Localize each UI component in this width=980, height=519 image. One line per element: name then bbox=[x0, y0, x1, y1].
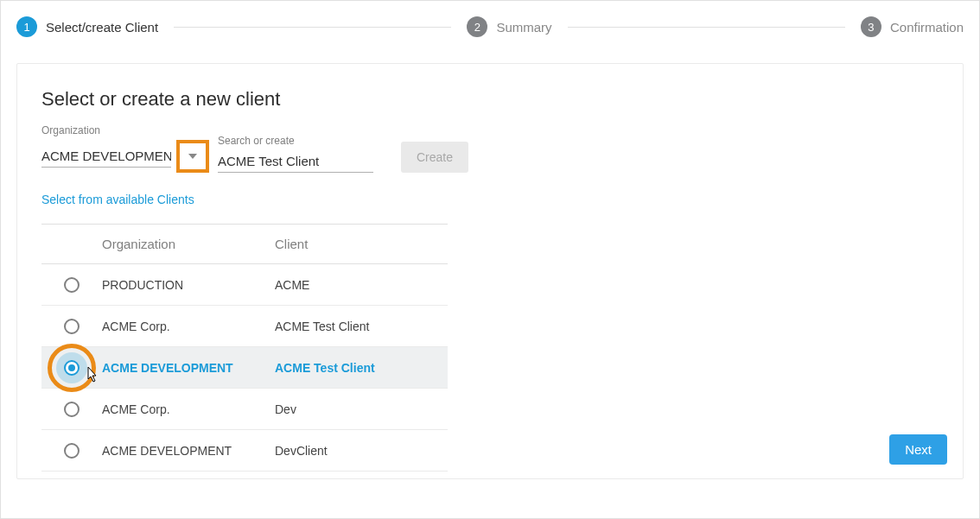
organization-label: Organization bbox=[41, 124, 209, 136]
search-label: Search or create bbox=[218, 135, 373, 147]
cell-client: ACME bbox=[275, 278, 448, 292]
search-field: Search or create bbox=[218, 135, 373, 173]
cell-organization: PRODUCTION bbox=[102, 278, 275, 292]
header-organization: Organization bbox=[102, 237, 275, 251]
cell-organization: ACME Corp. bbox=[102, 402, 275, 416]
cell-organization: ACME DEVELOPMENT bbox=[102, 361, 275, 375]
organization-field: Organization bbox=[41, 124, 209, 173]
card-title: Select or create a new client bbox=[41, 88, 939, 111]
radio-button[interactable] bbox=[64, 443, 80, 459]
cell-client: DevClient bbox=[275, 444, 448, 458]
create-button[interactable]: Create bbox=[401, 142, 468, 173]
header-client: Client bbox=[275, 237, 448, 251]
table-header: Organization Client bbox=[41, 224, 448, 264]
cell-client: ACME Test Client bbox=[275, 320, 448, 333]
select-from-clients-link[interactable]: Select from available Clients bbox=[41, 193, 194, 206]
client-card: Select or create a new client Organizati… bbox=[16, 63, 964, 479]
table-row[interactable]: ACME Corp. ACME Test Client bbox=[41, 306, 448, 347]
cell-client: ACME Test Client bbox=[275, 361, 448, 375]
form-row: Organization Search or create Create bbox=[41, 124, 939, 173]
table-row[interactable]: ACME DEVELOPMENT DevClient bbox=[41, 430, 448, 472]
step-1-number: 1 bbox=[16, 16, 37, 37]
step-2-label: Summary bbox=[496, 20, 551, 35]
cell-organization: ACME DEVELOPMENT bbox=[102, 444, 275, 458]
stepper: 1 Select/create Client 2 Summary 3 Confi… bbox=[16, 16, 964, 37]
step-2-number: 2 bbox=[467, 16, 487, 37]
cell-organization: ACME Corp. bbox=[102, 320, 275, 333]
next-button[interactable]: Next bbox=[889, 434, 947, 465]
cell-client: Dev bbox=[275, 402, 448, 416]
radio-button[interactable] bbox=[64, 402, 80, 417]
clients-table: Organization Client PRODUCTION ACME ACME… bbox=[41, 224, 448, 472]
chevron-down-icon bbox=[188, 154, 197, 159]
step-divider bbox=[568, 27, 845, 28]
step-2[interactable]: 2 Summary bbox=[467, 16, 551, 37]
step-3-number: 3 bbox=[861, 16, 881, 37]
organization-dropdown-button[interactable] bbox=[176, 140, 209, 173]
table-row[interactable]: PRODUCTION ACME bbox=[41, 264, 448, 306]
search-input[interactable] bbox=[218, 150, 373, 173]
table-row[interactable]: ACME Corp. Dev bbox=[41, 389, 448, 430]
radio-button[interactable] bbox=[64, 319, 80, 334]
step-3-label: Confirmation bbox=[890, 20, 964, 35]
step-1-label: Select/create Client bbox=[46, 20, 158, 35]
radio-button[interactable] bbox=[64, 360, 80, 376]
step-1[interactable]: 1 Select/create Client bbox=[16, 16, 158, 37]
step-divider bbox=[174, 27, 451, 28]
radio-button[interactable] bbox=[64, 277, 80, 293]
organization-input[interactable] bbox=[41, 145, 171, 168]
table-row[interactable]: ACME DEVELOPMENT ACME Test Client bbox=[41, 347, 448, 389]
step-3[interactable]: 3 Confirmation bbox=[861, 16, 964, 37]
